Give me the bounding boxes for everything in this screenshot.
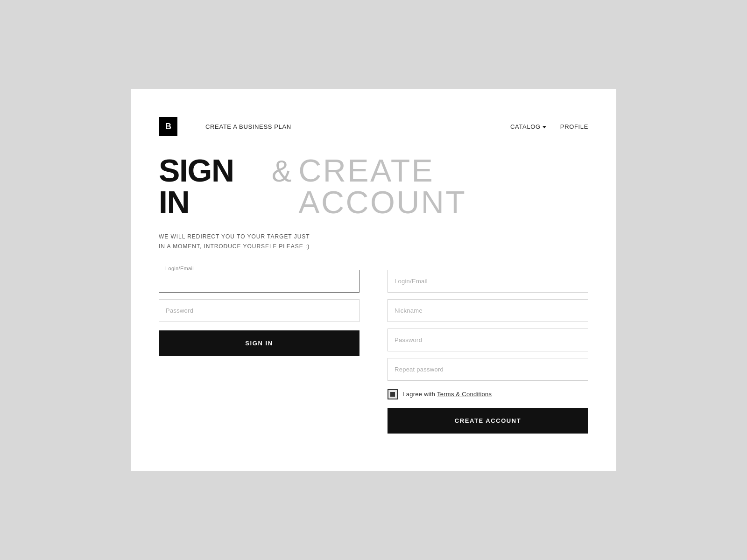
logo[interactable]: B xyxy=(159,117,177,136)
signin-email-input[interactable] xyxy=(159,270,359,293)
page-container: B CREATE A BUSINESS PLAN CATALOG PROFILE… xyxy=(131,89,616,471)
create-nickname-group xyxy=(388,299,588,322)
nav-profile[interactable]: PROFILE xyxy=(560,123,588,130)
title-section: SIGN IN & CREATE ACCOUNT WE WILL REDIREC… xyxy=(159,154,588,251)
signin-email-label: Login/Email xyxy=(163,266,196,271)
title-create-account: CREATE ACCOUNT xyxy=(298,154,588,218)
header-right: CATALOG PROFILE xyxy=(510,123,588,130)
main-title: SIGN IN & CREATE ACCOUNT xyxy=(159,154,588,218)
create-email-group xyxy=(388,270,588,293)
signin-button[interactable]: SIGN IN xyxy=(159,330,359,356)
create-form-col: I agree with Terms & Conditions CREATE A… xyxy=(388,270,588,434)
chevron-down-icon xyxy=(543,126,546,128)
signin-password-group xyxy=(159,299,359,322)
forms-container: Login/Email SIGN IN xyxy=(159,270,588,434)
terms-prefix: I agree with xyxy=(402,391,437,398)
create-repeat-password-input[interactable] xyxy=(388,358,588,381)
create-repeat-password-group xyxy=(388,358,588,381)
nav-create-business-plan[interactable]: CREATE A BUSINESS PLAN xyxy=(205,123,291,130)
title-signin: SIGN IN xyxy=(159,154,264,218)
terms-checkbox[interactable] xyxy=(388,389,398,399)
terms-text: I agree with Terms & Conditions xyxy=(402,391,492,398)
checkbox-checked-indicator xyxy=(390,392,395,397)
signin-password-input[interactable] xyxy=(159,299,359,322)
signin-form-col: Login/Email SIGN IN xyxy=(159,270,359,434)
header: B CREATE A BUSINESS PLAN CATALOG PROFILE xyxy=(159,108,588,154)
create-account-form: I agree with Terms & Conditions CREATE A… xyxy=(388,270,588,434)
subtitle: WE WILL REDIRECT YOU TO YOUR TARGET JUST… xyxy=(159,232,588,251)
create-email-input[interactable] xyxy=(388,270,588,293)
create-password-group xyxy=(388,329,588,351)
title-ampersand: & xyxy=(272,156,291,186)
create-password-input[interactable] xyxy=(388,329,588,351)
subtitle-line2: IN A MOMENT, INTRODUCE YOURSELF PLEASE :… xyxy=(159,242,588,251)
signin-email-group: Login/Email xyxy=(159,270,359,293)
terms-link[interactable]: Terms & Conditions xyxy=(437,391,492,398)
create-nickname-input[interactable] xyxy=(388,299,588,322)
subtitle-line1: WE WILL REDIRECT YOU TO YOUR TARGET JUST xyxy=(159,232,588,241)
nav-catalog[interactable]: CATALOG xyxy=(510,123,546,130)
terms-row: I agree with Terms & Conditions xyxy=(388,389,588,399)
header-left: B CREATE A BUSINESS PLAN xyxy=(159,117,291,136)
catalog-label: CATALOG xyxy=(510,123,541,130)
signin-form: Login/Email SIGN IN xyxy=(159,270,359,356)
create-account-button[interactable]: CREATE ACCOUNT xyxy=(388,408,588,434)
